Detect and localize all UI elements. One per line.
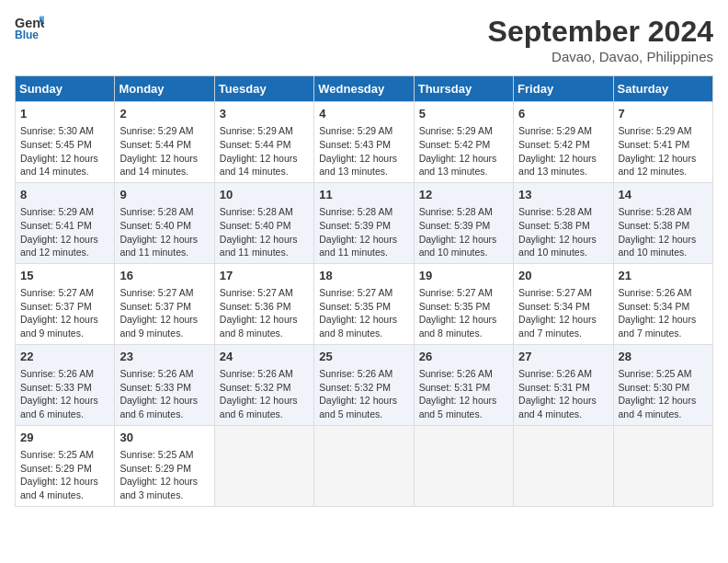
header-tuesday: Tuesday [214,76,313,102]
calendar-row: 1Sunrise: 5:30 AMSunset: 5:45 PMDaylight… [16,102,713,183]
location-title: Davao, Davao, Philippines [488,49,713,64]
page-header: General Blue September 2024 Davao, Davao… [15,15,713,64]
calendar-day: 4Sunrise: 5:29 AMSunset: 5:43 PMDaylight… [314,102,414,183]
header-thursday: Thursday [414,76,513,102]
calendar-day: 23Sunrise: 5:26 AMSunset: 5:33 PMDayligh… [115,344,214,425]
calendar-empty [613,425,712,506]
calendar-day: 3Sunrise: 5:29 AMSunset: 5:44 PMDaylight… [214,102,313,183]
calendar-day: 14Sunrise: 5:28 AMSunset: 5:38 PMDayligh… [613,182,712,263]
calendar-day: 12Sunrise: 5:28 AMSunset: 5:39 PMDayligh… [414,182,513,263]
month-title: September 2024 [488,15,713,49]
calendar-empty [514,425,613,506]
calendar-day: 21Sunrise: 5:26 AMSunset: 5:34 PMDayligh… [613,263,712,344]
calendar-day: 13Sunrise: 5:28 AMSunset: 5:38 PMDayligh… [514,182,613,263]
calendar-day: 6Sunrise: 5:29 AMSunset: 5:42 PMDaylight… [514,102,613,183]
calendar-day: 20Sunrise: 5:27 AMSunset: 5:34 PMDayligh… [514,263,613,344]
calendar-day: 5Sunrise: 5:29 AMSunset: 5:42 PMDaylight… [414,102,513,183]
calendar-day: 10Sunrise: 5:28 AMSunset: 5:40 PMDayligh… [214,182,313,263]
header-friday: Friday [514,76,613,102]
calendar-day: 29Sunrise: 5:25 AMSunset: 5:29 PMDayligh… [16,425,115,506]
calendar-day: 15Sunrise: 5:27 AMSunset: 5:37 PMDayligh… [16,263,115,344]
logo: General Blue [15,15,44,40]
calendar-day: 8Sunrise: 5:29 AMSunset: 5:41 PMDaylight… [16,182,115,263]
calendar-day: 17Sunrise: 5:27 AMSunset: 5:36 PMDayligh… [214,263,313,344]
calendar-row: 15Sunrise: 5:27 AMSunset: 5:37 PMDayligh… [16,263,713,344]
header-monday: Monday [115,76,214,102]
calendar-day: 24Sunrise: 5:26 AMSunset: 5:32 PMDayligh… [214,344,313,425]
calendar-row: 29Sunrise: 5:25 AMSunset: 5:29 PMDayligh… [16,425,713,506]
header-saturday: Saturday [613,76,712,102]
calendar-day: 1Sunrise: 5:30 AMSunset: 5:45 PMDaylight… [16,102,115,183]
calendar-day: 19Sunrise: 5:27 AMSunset: 5:35 PMDayligh… [414,263,513,344]
calendar-row: 8Sunrise: 5:29 AMSunset: 5:41 PMDaylight… [16,182,713,263]
calendar-day: 11Sunrise: 5:28 AMSunset: 5:39 PMDayligh… [314,182,414,263]
calendar-day: 25Sunrise: 5:26 AMSunset: 5:32 PMDayligh… [314,344,414,425]
svg-text:Blue: Blue [15,29,39,40]
calendar-day: 16Sunrise: 5:27 AMSunset: 5:37 PMDayligh… [115,263,214,344]
header-sunday: Sunday [16,76,115,102]
calendar-day: 26Sunrise: 5:26 AMSunset: 5:31 PMDayligh… [414,344,513,425]
calendar-table: Sunday Monday Tuesday Wednesday Thursday… [15,75,713,507]
calendar-row: 22Sunrise: 5:26 AMSunset: 5:33 PMDayligh… [16,344,713,425]
calendar-day: 22Sunrise: 5:26 AMSunset: 5:33 PMDayligh… [16,344,115,425]
calendar-day: 2Sunrise: 5:29 AMSunset: 5:44 PMDaylight… [115,102,214,183]
calendar-day: 9Sunrise: 5:28 AMSunset: 5:40 PMDaylight… [115,182,214,263]
calendar-day: 7Sunrise: 5:29 AMSunset: 5:41 PMDaylight… [613,102,712,183]
logo-icon: General Blue [15,15,44,40]
title-area: September 2024 Davao, Davao, Philippines [488,15,713,64]
calendar-day: 27Sunrise: 5:26 AMSunset: 5:31 PMDayligh… [514,344,613,425]
calendar-empty [314,425,414,506]
calendar-day: 28Sunrise: 5:25 AMSunset: 5:30 PMDayligh… [613,344,712,425]
calendar-empty [214,425,313,506]
calendar-day: 18Sunrise: 5:27 AMSunset: 5:35 PMDayligh… [314,263,414,344]
calendar-empty [414,425,513,506]
header-wednesday: Wednesday [314,76,414,102]
calendar-day: 30Sunrise: 5:25 AMSunset: 5:29 PMDayligh… [115,425,214,506]
header-row: Sunday Monday Tuesday Wednesday Thursday… [16,76,713,102]
